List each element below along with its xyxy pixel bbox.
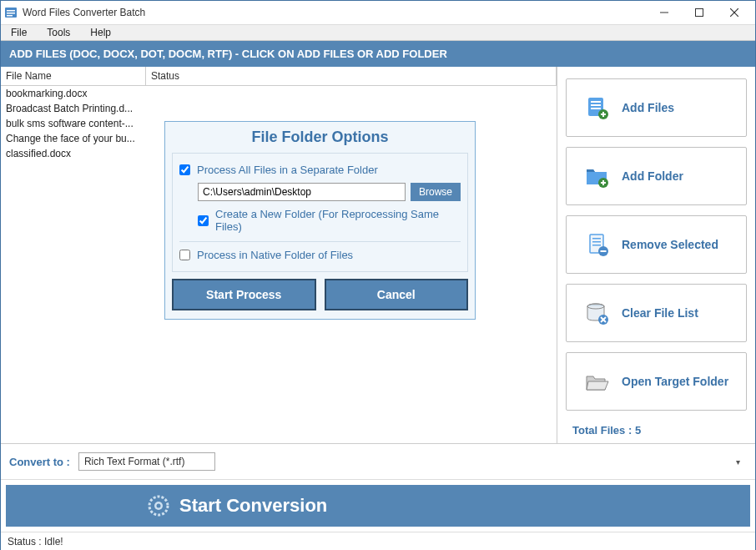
process-native-checkbox[interactable] [179, 250, 190, 260]
open-target-label: Open Target Folder [622, 375, 728, 388]
process-all-label: Process All Files in a Separate Folder [197, 164, 378, 176]
side-panel: Add Files Add Folder Remove Selected Cle… [557, 67, 755, 443]
window-controls [647, 1, 752, 24]
menubar: File Tools Help [1, 25, 755, 41]
dialog-title: File Folder Options [165, 122, 475, 153]
svg-rect-23 [601, 250, 607, 252]
convert-to-label: Convert to : [9, 456, 70, 468]
file-folder-options-dialog: File Folder Options Process All Files in… [164, 121, 476, 320]
dialog-body: Process All Files in a Separate Folder B… [172, 153, 468, 272]
svg-rect-21 [592, 245, 601, 246]
svg-rect-10 [591, 104, 601, 106]
svg-rect-1 [7, 10, 15, 12]
titlebar: Word Files Converter Batch [1, 1, 755, 25]
file-list-panel: File Name Status bookmarking.docx Broadc… [1, 67, 557, 443]
svg-rect-3 [7, 15, 13, 17]
add-folder-label: Add Folder [622, 169, 683, 183]
start-conversion-button[interactable]: Start Conversion [6, 485, 750, 527]
create-new-checkbox-row[interactable]: Create a New Folder (For Reprocessing Sa… [179, 204, 461, 236]
clear-list-button[interactable]: Clear File List [566, 284, 747, 342]
remove-selected-button[interactable]: Remove Selected [566, 215, 747, 274]
dialog-buttons: Start Process Cancel [165, 279, 475, 319]
col-status[interactable]: Status [146, 67, 557, 85]
menu-help[interactable]: Help [87, 25, 114, 40]
svg-rect-20 [592, 241, 601, 243]
instruction-header: ADD FILES (DOC, DOCX, DOT, DOCM, RTF) - … [1, 41, 755, 67]
add-files-button[interactable]: Add Files [566, 78, 747, 137]
process-all-checkbox-row[interactable]: Process All Files in a Separate Folder [179, 160, 461, 179]
process-native-checkbox-row[interactable]: Process in Native Folder of Files [179, 241, 461, 265]
add-folder-icon [583, 163, 610, 189]
list-item[interactable]: classified.docx [1, 146, 146, 161]
path-row: Browse [179, 179, 461, 204]
svg-point-31 [157, 504, 161, 508]
app-window: Word Files Converter Batch File Tools He… [0, 0, 756, 550]
clear-icon [583, 300, 610, 326]
app-icon [4, 6, 18, 19]
svg-rect-9 [591, 101, 601, 103]
svg-rect-14 [602, 112, 604, 117]
list-item[interactable]: Broadcast Batch Printing.d... [1, 101, 146, 116]
menu-file[interactable]: File [8, 25, 30, 40]
svg-rect-5 [696, 9, 703, 17]
close-button[interactable] [717, 1, 752, 24]
svg-rect-2 [7, 13, 15, 14]
open-target-button[interactable]: Open Target Folder [566, 352, 747, 411]
gear-icon [148, 495, 169, 517]
format-select-wrap: ▾ [78, 452, 747, 471]
add-files-label: Add Files [622, 101, 674, 114]
open-folder-icon [583, 368, 610, 395]
maximize-button[interactable] [682, 1, 717, 24]
start-conversion-label: Start Conversion [179, 495, 327, 517]
remove-icon [583, 231, 610, 258]
minimize-button[interactable] [647, 1, 682, 24]
add-files-icon [583, 94, 610, 121]
list-item[interactable]: bookmarking.docx [1, 86, 146, 101]
status-bar: Status : Idle! [1, 532, 755, 550]
svg-rect-19 [592, 238, 601, 240]
main-content: File Name Status bookmarking.docx Broadc… [1, 67, 755, 444]
start-process-button[interactable]: Start Process [172, 279, 316, 310]
col-file-name[interactable]: File Name [1, 67, 146, 85]
window-title: Word Files Converter Batch [23, 7, 647, 18]
process-all-checkbox[interactable] [179, 164, 190, 175]
process-native-label: Process in Native Folder of Files [197, 249, 353, 261]
file-list-header: File Name Status [1, 67, 557, 86]
browse-button[interactable]: Browse [411, 183, 461, 201]
create-new-label: Create a New Folder (For Reprocessing Sa… [215, 208, 461, 233]
create-new-checkbox[interactable] [198, 215, 209, 226]
chevron-down-icon: ▾ [736, 457, 740, 467]
svg-rect-17 [602, 180, 604, 185]
path-input[interactable] [198, 183, 406, 201]
remove-selected-label: Remove Selected [622, 238, 718, 251]
add-folder-button[interactable]: Add Folder [566, 147, 747, 205]
cancel-button[interactable]: Cancel [325, 279, 469, 310]
menu-tools[interactable]: Tools [43, 25, 73, 40]
total-files-label: Total Files : 5 [561, 416, 752, 436]
list-item[interactable]: Change the face of your bu... [1, 131, 146, 146]
convert-bar: Convert to : ▾ [1, 444, 755, 480]
list-item[interactable]: bulk sms software content-... [1, 116, 146, 131]
svg-rect-11 [591, 108, 601, 109]
clear-list-label: Clear File List [622, 306, 698, 320]
format-select[interactable] [78, 452, 215, 471]
